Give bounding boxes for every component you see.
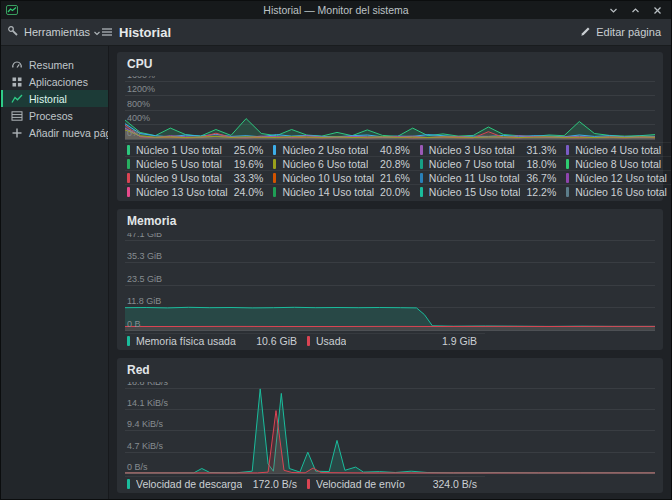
axis-tick-label: 35.3 GiB	[127, 251, 162, 261]
sidebar-item-aplicaciones[interactable]: Aplicaciones	[1, 73, 108, 90]
sidebar-item-label: Añadir nueva página...	[29, 127, 108, 139]
network-legend: Velocidad de descarga172.0 B/sVelocidad …	[125, 476, 655, 490]
legend-value: 20.8%	[374, 158, 410, 170]
main-content: CPU 1600%1200%800%400%0% Núcleo 1 Uso to…	[109, 46, 671, 499]
chart-canvas	[125, 76, 655, 140]
velocidad-descarga-area	[125, 389, 655, 473]
window-controls	[607, 4, 671, 16]
memory-legend: Memoria física usada10.6 GiBUsada1.9 GiB	[125, 333, 655, 347]
sidebar-item-resumen[interactable]: Resumen	[1, 56, 108, 73]
cpu-section-title: CPU	[117, 52, 663, 74]
chevron-down-icon	[93, 23, 101, 41]
legend-label: Núcleo 8 Uso total	[575, 158, 661, 170]
axis-tick-label: 0 B/s	[127, 462, 148, 472]
axis-tick-label: 23.5 GiB	[127, 274, 162, 284]
legend-value: 24.0%	[228, 186, 264, 198]
cpu-section: CPU 1600%1200%800%400%0% Núcleo 1 Uso to…	[117, 52, 663, 201]
legend-label: Núcleo 9 Uso total	[136, 172, 222, 184]
legend-color-marker	[566, 187, 569, 197]
legend-label: Memoria física usada	[136, 335, 236, 347]
tools-icon	[7, 23, 19, 41]
axis-tick-label: 11.8 GiB	[127, 296, 161, 306]
legend-color-marker	[273, 173, 276, 183]
legend-item: Núcleo 14 Uso total20.0%	[271, 184, 417, 198]
legend-color-marker	[566, 173, 569, 183]
memory-chart: 47.1 GiB35.3 GiB23.5 GiB11.8 GiB0 B	[125, 233, 655, 331]
tools-menu-button[interactable]: Herramientas	[1, 19, 109, 45]
history-chart-icon	[11, 93, 23, 105]
legend-color-marker	[420, 145, 423, 155]
legend-label: Usada	[316, 335, 346, 347]
legend-value: 40.8%	[374, 144, 410, 156]
legend-label: Núcleo 14 Uso total	[282, 186, 374, 198]
legend-item: Usada1.9 GiB	[305, 333, 485, 347]
titlebar: Historial — Monitor del sistema	[1, 1, 671, 19]
legend-value: 30.6%	[667, 144, 671, 156]
cpu-chart: 1600%1200%800%400%0%	[125, 76, 655, 140]
legend-value: 19.6%	[228, 158, 264, 170]
sidebar-item-procesos[interactable]: Procesos	[1, 107, 108, 124]
legend-item: Núcleo 5 Uso total19.6%	[125, 156, 271, 170]
maximize-icon[interactable]	[629, 4, 641, 16]
close-icon[interactable]	[651, 4, 663, 16]
legend-label: Núcleo 7 Uso total	[429, 158, 515, 170]
legend-item: Núcleo 3 Uso total31.3%	[418, 142, 564, 156]
legend-color-marker	[566, 145, 569, 155]
page-title: Historial	[119, 25, 171, 40]
axis-tick-label: 1600%	[127, 76, 155, 80]
velocidad-descarga-line	[125, 389, 655, 473]
legend-item: Núcleo 8 Uso total24.5%	[564, 156, 671, 170]
add-icon	[11, 127, 23, 139]
axis-tick-label: 18.8 KiB/s	[127, 382, 168, 387]
sidebar-item-label: Procesos	[29, 110, 73, 122]
legend-label: Núcleo 13 Uso total	[136, 186, 228, 198]
edit-page-button[interactable]: Editar página	[580, 26, 661, 39]
legend-item: Núcleo 2 Uso total40.8%	[271, 142, 417, 156]
axis-tick-label: 14.1 KiB/s	[127, 398, 168, 408]
legend-color-marker	[307, 336, 310, 346]
legend-color-marker	[127, 145, 130, 155]
apps-grid-icon	[11, 76, 23, 88]
legend-color-marker	[127, 173, 130, 183]
legend-label: Núcleo 11 Uso total	[429, 172, 520, 184]
legend-color-marker	[420, 159, 423, 169]
legend-color-marker	[127, 336, 130, 346]
axis-tick-label: 1200%	[127, 84, 155, 94]
network-section: Red 18.8 KiB/s14.1 KiB/s9.4 KiB/s4.7 KiB…	[117, 358, 663, 493]
legend-label: Núcleo 6 Uso total	[282, 158, 368, 170]
axis-tick-label: 800%	[127, 99, 150, 109]
legend-label: Núcleo 16 Uso total	[575, 186, 667, 198]
legend-value: 36.7%	[520, 172, 556, 184]
legend-item: Memoria física usada10.6 GiB	[125, 333, 305, 347]
legend-value: 33.3%	[228, 172, 264, 184]
legend-item: Núcleo 9 Uso total33.3%	[125, 170, 271, 184]
legend-color-marker	[273, 145, 276, 155]
axis-tick-label: 0%	[127, 128, 140, 138]
legend-label: Núcleo 10 Uso total	[282, 172, 374, 184]
sidebar-item-add-page[interactable]: Añadir nueva página...	[1, 124, 108, 141]
legend-value: 18.0%	[520, 158, 556, 170]
legend-value: 1.9 GiB	[436, 335, 477, 347]
legend-label: Núcleo 4 Uso total	[575, 144, 661, 156]
sidebar-item-label: Aplicaciones	[29, 76, 88, 88]
legend-item: Núcleo 12 Uso total28.0%	[564, 170, 671, 184]
legend-label: Velocidad de descarga	[136, 478, 242, 490]
legend-value: 10.6 GiB	[250, 335, 297, 347]
sidebar-item-label: Historial	[29, 93, 67, 105]
legend-color-marker	[307, 479, 310, 489]
edit-page-label: Editar página	[596, 26, 661, 38]
axis-tick-label: 0 B	[127, 319, 141, 329]
sidebar-item-historial[interactable]: Historial	[1, 90, 108, 107]
legend-value: 324.0 B/s	[427, 478, 477, 490]
legend-color-marker	[273, 187, 276, 197]
legend-label: Velocidad de envío	[316, 478, 405, 490]
legend-item: Núcleo 11 Uso total36.7%	[418, 170, 564, 184]
legend-color-marker	[420, 187, 423, 197]
legend-item: Velocidad de descarga172.0 B/s	[125, 476, 305, 490]
legend-label: Núcleo 15 Uso total	[429, 186, 521, 198]
legend-value: 24.5%	[667, 158, 671, 170]
minimize-icon[interactable]	[607, 4, 619, 16]
axis-tick-label: 9.4 KiB/s	[127, 419, 163, 429]
axis-tick-label: 47.1 GiB	[127, 233, 162, 239]
legend-value: 16.3%	[667, 186, 671, 198]
